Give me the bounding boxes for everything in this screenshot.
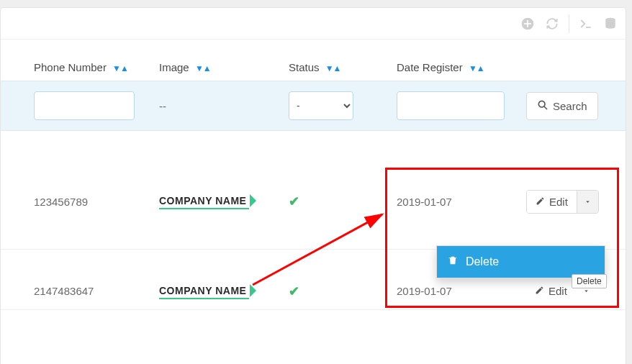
edit-button[interactable]: Edit bbox=[527, 191, 577, 213]
edit-button-label: Edit bbox=[549, 285, 567, 297]
company-chip: COMPANY NAME bbox=[159, 283, 249, 299]
cell-phone: 2147483647 bbox=[34, 285, 94, 297]
pencil-icon bbox=[536, 196, 545, 208]
col-date-label: Date Register bbox=[397, 61, 463, 73]
search-button[interactable]: Search bbox=[526, 92, 598, 120]
filter-image-placeholder: -- bbox=[159, 100, 166, 112]
delete-menu-label: Delete bbox=[466, 255, 499, 268]
svg-line-5 bbox=[544, 106, 547, 109]
pencil-icon bbox=[535, 285, 544, 297]
search-button-label: Search bbox=[553, 100, 587, 112]
sort-status[interactable]: ▼▲ bbox=[325, 61, 342, 73]
filter-date-input[interactable] bbox=[397, 91, 505, 120]
edit-button[interactable]: Edit bbox=[526, 280, 576, 302]
delete-tooltip: Delete bbox=[572, 274, 607, 288]
edit-button-label: Edit bbox=[549, 196, 568, 208]
status-check-icon: ✔ bbox=[289, 194, 299, 209]
svg-point-4 bbox=[538, 101, 545, 107]
refresh-icon[interactable] bbox=[544, 16, 560, 32]
terminal-icon[interactable] bbox=[578, 16, 594, 32]
row-actions-toggle[interactable] bbox=[577, 191, 598, 213]
panel-toolbar bbox=[1, 8, 626, 40]
database-icon[interactable] bbox=[602, 16, 618, 32]
col-image-label: Image bbox=[159, 61, 189, 73]
col-phone-label: Phone Number bbox=[34, 61, 107, 73]
filter-row: -- - Search bbox=[1, 81, 626, 131]
filter-phone-input[interactable] bbox=[34, 91, 135, 120]
cell-date: 2019-01-07 bbox=[397, 285, 452, 297]
cell-phone: 123456789 bbox=[34, 196, 88, 208]
search-icon bbox=[537, 99, 549, 113]
edit-button-group: Edit bbox=[526, 190, 599, 214]
add-icon[interactable] bbox=[520, 16, 536, 32]
status-check-icon: ✔ bbox=[289, 284, 299, 299]
sort-date[interactable]: ▼▲ bbox=[469, 61, 485, 73]
toolbar-divider bbox=[569, 14, 569, 33]
records-panel: Phone Number ▼▲ Image ▼▲ Status ▼▲ Date … bbox=[0, 7, 626, 364]
col-status-label: Status bbox=[289, 61, 320, 73]
trash-icon bbox=[447, 255, 459, 269]
cell-date: 2019-01-07 bbox=[397, 196, 452, 208]
sort-phone[interactable]: ▼▲ bbox=[112, 61, 129, 73]
table-row: 123456789 COMPANY NAME ✔ 2019-01-07 Edit bbox=[1, 131, 626, 250]
svg-rect-2 bbox=[524, 23, 531, 24]
sort-image[interactable]: ▼▲ bbox=[195, 61, 212, 73]
company-chip: COMPANY NAME bbox=[159, 194, 249, 209]
filter-status-select[interactable]: - bbox=[289, 91, 353, 120]
delete-menu-item[interactable]: Delete bbox=[437, 246, 605, 278]
